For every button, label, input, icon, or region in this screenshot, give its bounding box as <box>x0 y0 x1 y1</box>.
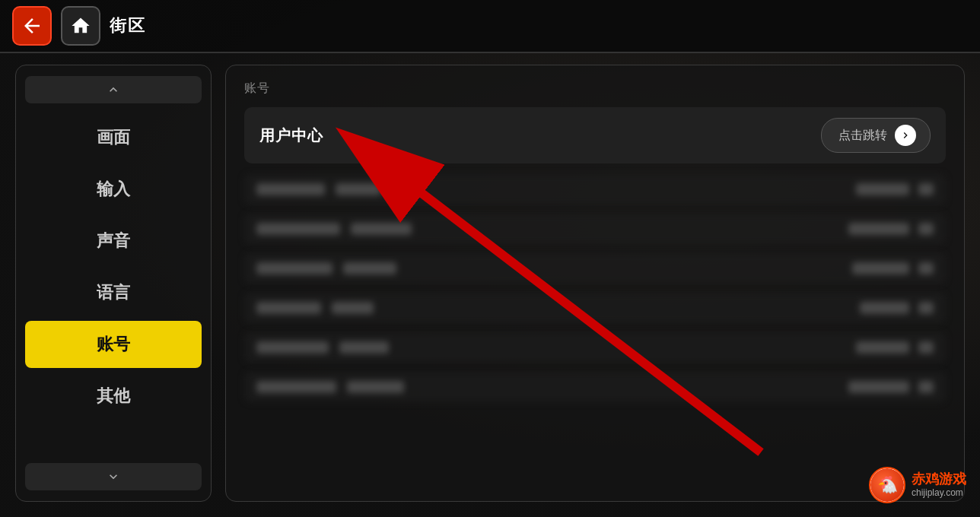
blurred-row <box>244 293 946 323</box>
home-button[interactable] <box>61 6 100 46</box>
sidebar-item-account[interactable]: 账号 <box>25 321 202 368</box>
section-title: 账号 <box>244 81 946 97</box>
blurred-row <box>244 332 946 363</box>
jump-button-icon <box>895 125 916 146</box>
sidebar: 画面 输入 声音 语言 账号 其他 <box>15 65 212 502</box>
sidebar-item-sound[interactable]: 声音 <box>25 217 202 265</box>
sidebar-item-other[interactable]: 其他 <box>25 373 202 420</box>
watermark-site: 赤鸡游戏 <box>912 472 966 487</box>
jump-button-text: 点击跳转 <box>838 128 887 144</box>
blurred-row <box>244 214 946 244</box>
sidebar-scroll-down[interactable] <box>25 463 202 490</box>
user-center-label: 用户中心 <box>259 125 323 146</box>
user-center-row: 用户中心 点击跳转 <box>244 107 946 163</box>
jump-button[interactable]: 点击跳转 <box>821 118 931 153</box>
blurred-rows <box>244 174 946 402</box>
chevron-right-icon <box>899 129 912 141</box>
watermark-icon: 🐔 <box>877 475 898 495</box>
chevron-down-icon <box>106 469 121 484</box>
sidebar-item-language[interactable]: 语言 <box>25 269 202 316</box>
blurred-row <box>244 253 946 284</box>
home-icon <box>70 15 91 36</box>
street-label: 街区 <box>110 14 146 37</box>
blurred-row <box>244 174 946 205</box>
back-button[interactable] <box>12 6 52 46</box>
watermark-logo-inner: 🐔 <box>870 468 904 502</box>
watermark-url: chijiplay.com <box>912 487 963 498</box>
sidebar-scroll-up[interactable] <box>25 76 202 103</box>
watermark: 🐔 赤鸡游戏 chijiplay.com <box>869 467 966 503</box>
sidebar-item-graphics[interactable]: 画面 <box>25 114 202 161</box>
watermark-text-block: 赤鸡游戏 chijiplay.com <box>912 472 966 498</box>
back-icon <box>21 14 43 37</box>
blurred-row <box>244 372 946 402</box>
chevron-up-icon <box>106 82 121 97</box>
top-bar: 街区 <box>0 0 980 53</box>
watermark-logo: 🐔 <box>869 467 905 503</box>
sidebar-item-input[interactable]: 输入 <box>25 166 202 213</box>
main-content: 账号 用户中心 点击跳转 <box>225 65 965 502</box>
